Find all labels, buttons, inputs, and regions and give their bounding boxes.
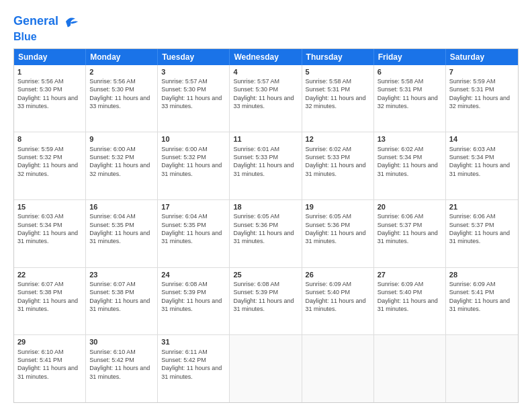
day-number: 26 (306, 270, 370, 279)
calendar-cell: 25 Sunrise: 6:08 AMSunset: 5:39 PMDaylig… (230, 268, 302, 335)
calendar-cell: 13 Sunrise: 6:02 AMSunset: 5:34 PMDaylig… (374, 132, 446, 199)
day-number: 31 (161, 337, 226, 347)
day-number: 12 (306, 134, 370, 144)
day-number: 4 (233, 67, 298, 77)
day-number: 28 (449, 270, 515, 279)
calendar-row: 1 Sunrise: 5:56 AMSunset: 5:30 PMDayligh… (14, 65, 518, 133)
cell-info: Sunrise: 6:06 AMSunset: 5:37 PMDaylight:… (378, 213, 438, 244)
day-number: 7 (449, 67, 515, 77)
calendar-cell: 4 Sunrise: 5:57 AMSunset: 5:30 PMDayligh… (230, 65, 302, 132)
calendar-cell: 14 Sunrise: 6:03 AMSunset: 5:34 PMDaylig… (446, 132, 518, 199)
calendar-cell: 17 Sunrise: 6:04 AMSunset: 5:35 PMDaylig… (158, 200, 230, 267)
calendar-cell: 9 Sunrise: 6:00 AMSunset: 5:32 PMDayligh… (86, 132, 158, 199)
weekday-header: Tuesday (158, 49, 230, 65)
day-number: 22 (17, 270, 82, 279)
calendar-row: 8 Sunrise: 5:59 AMSunset: 5:32 PMDayligh… (14, 132, 518, 200)
header: General Blue (13, 12, 519, 43)
calendar-cell: 12 Sunrise: 6:02 AMSunset: 5:33 PMDaylig… (302, 132, 374, 199)
cell-info: Sunrise: 6:00 AMSunset: 5:32 PMDaylight:… (89, 146, 150, 177)
weekday-header: Wednesday (230, 49, 302, 65)
day-number: 16 (89, 202, 154, 212)
calendar-cell: 30 Sunrise: 6:10 AMSunset: 5:42 PMDaylig… (86, 335, 158, 402)
logo-text2: Blue (13, 31, 80, 43)
calendar-header: SundayMondayTuesdayWednesdayThursdayFrid… (14, 49, 518, 65)
cell-info: Sunrise: 6:10 AMSunset: 5:42 PMDaylight:… (89, 349, 150, 380)
calendar-cell: 22 Sunrise: 6:07 AMSunset: 5:38 PMDaylig… (14, 268, 86, 335)
cell-info: Sunrise: 6:09 AMSunset: 5:40 PMDaylight:… (306, 281, 366, 312)
cell-info: Sunrise: 6:08 AMSunset: 5:39 PMDaylight:… (233, 281, 294, 312)
cell-info: Sunrise: 6:04 AMSunset: 5:35 PMDaylight:… (89, 213, 150, 244)
day-number: 25 (233, 270, 298, 279)
calendar-row: 15 Sunrise: 6:03 AMSunset: 5:34 PMDaylig… (14, 200, 518, 268)
calendar-body: 1 Sunrise: 5:56 AMSunset: 5:30 PMDayligh… (14, 65, 518, 402)
calendar-cell: 11 Sunrise: 6:01 AMSunset: 5:33 PMDaylig… (230, 132, 302, 199)
calendar-cell: 2 Sunrise: 5:56 AMSunset: 5:30 PMDayligh… (86, 65, 158, 132)
cell-info: Sunrise: 5:59 AMSunset: 5:31 PMDaylight:… (449, 78, 510, 109)
calendar-cell: 27 Sunrise: 6:09 AMSunset: 5:40 PMDaylig… (374, 268, 446, 335)
calendar-row: 22 Sunrise: 6:07 AMSunset: 5:38 PMDaylig… (14, 268, 518, 336)
weekday-header: Monday (86, 49, 158, 65)
cell-info: Sunrise: 6:06 AMSunset: 5:37 PMDaylight:… (449, 213, 510, 244)
calendar-cell: 29 Sunrise: 6:10 AMSunset: 5:41 PMDaylig… (14, 335, 86, 402)
day-number: 11 (233, 134, 298, 144)
day-number: 15 (17, 202, 82, 212)
cell-info: Sunrise: 6:09 AMSunset: 5:40 PMDaylight:… (378, 281, 438, 312)
page: General Blue SundayMondayTuesdayWednesda… (0, 0, 532, 411)
day-number: 9 (89, 134, 154, 144)
day-number: 3 (161, 67, 226, 77)
cell-info: Sunrise: 6:02 AMSunset: 5:34 PMDaylight:… (378, 146, 438, 177)
calendar-cell: 28 Sunrise: 6:09 AMSunset: 5:41 PMDaylig… (446, 268, 518, 335)
day-number: 29 (17, 337, 82, 347)
cell-info: Sunrise: 5:59 AMSunset: 5:32 PMDaylight:… (17, 146, 78, 177)
cell-info: Sunrise: 6:09 AMSunset: 5:41 PMDaylight:… (449, 281, 510, 312)
cell-info: Sunrise: 5:56 AMSunset: 5:30 PMDaylight:… (17, 78, 78, 109)
logo: General Blue (13, 12, 80, 43)
cell-info: Sunrise: 6:04 AMSunset: 5:35 PMDaylight:… (161, 213, 222, 244)
day-number: 6 (378, 67, 442, 77)
calendar-cell: 15 Sunrise: 6:03 AMSunset: 5:34 PMDaylig… (14, 200, 86, 267)
calendar-cell: 16 Sunrise: 6:04 AMSunset: 5:35 PMDaylig… (86, 200, 158, 267)
day-number: 17 (161, 202, 226, 212)
cell-info: Sunrise: 6:03 AMSunset: 5:34 PMDaylight:… (17, 213, 78, 244)
calendar-cell: 6 Sunrise: 5:58 AMSunset: 5:31 PMDayligh… (374, 65, 446, 132)
cell-info: Sunrise: 5:58 AMSunset: 5:31 PMDaylight:… (306, 78, 366, 109)
cell-info: Sunrise: 5:57 AMSunset: 5:30 PMDaylight:… (161, 78, 222, 109)
cell-info: Sunrise: 6:01 AMSunset: 5:33 PMDaylight:… (233, 146, 294, 177)
logo-text: General (13, 15, 58, 28)
calendar-cell: 23 Sunrise: 6:07 AMSunset: 5:38 PMDaylig… (86, 268, 158, 335)
calendar-cell: 18 Sunrise: 6:05 AMSunset: 5:36 PMDaylig… (230, 200, 302, 267)
calendar-cell: 10 Sunrise: 6:00 AMSunset: 5:32 PMDaylig… (158, 132, 230, 199)
calendar-cell: 7 Sunrise: 5:59 AMSunset: 5:31 PMDayligh… (446, 65, 518, 132)
day-number: 1 (17, 67, 82, 77)
day-number: 18 (233, 202, 298, 212)
day-number: 13 (378, 134, 442, 144)
calendar-cell: 26 Sunrise: 6:09 AMSunset: 5:40 PMDaylig… (302, 268, 374, 335)
day-number: 20 (378, 202, 442, 212)
day-number: 2 (89, 67, 154, 77)
calendar-cell: 20 Sunrise: 6:06 AMSunset: 5:37 PMDaylig… (374, 200, 446, 267)
day-number: 21 (449, 202, 515, 212)
calendar-cell: 5 Sunrise: 5:58 AMSunset: 5:31 PMDayligh… (302, 65, 374, 132)
cell-info: Sunrise: 6:11 AMSunset: 5:42 PMDaylight:… (161, 349, 222, 380)
cell-info: Sunrise: 5:57 AMSunset: 5:30 PMDaylight:… (233, 78, 294, 109)
cell-info: Sunrise: 6:05 AMSunset: 5:36 PMDaylight:… (306, 213, 366, 244)
day-number: 10 (161, 134, 226, 144)
weekday-header: Friday (374, 49, 446, 65)
calendar-cell: 24 Sunrise: 6:08 AMSunset: 5:39 PMDaylig… (158, 268, 230, 335)
cell-info: Sunrise: 6:07 AMSunset: 5:38 PMDaylight:… (17, 281, 78, 312)
weekday-header: Sunday (14, 49, 86, 65)
calendar-cell (446, 335, 518, 402)
day-number: 27 (378, 270, 442, 279)
day-number: 23 (89, 270, 154, 279)
calendar-cell (302, 335, 374, 402)
cell-info: Sunrise: 6:05 AMSunset: 5:36 PMDaylight:… (233, 213, 294, 244)
calendar-cell: 21 Sunrise: 6:06 AMSunset: 5:37 PMDaylig… (446, 200, 518, 267)
calendar-cell: 3 Sunrise: 5:57 AMSunset: 5:30 PMDayligh… (158, 65, 230, 132)
cell-info: Sunrise: 5:56 AMSunset: 5:30 PMDaylight:… (89, 78, 150, 109)
cell-info: Sunrise: 6:07 AMSunset: 5:38 PMDaylight:… (89, 281, 150, 312)
calendar-cell: 19 Sunrise: 6:05 AMSunset: 5:36 PMDaylig… (302, 200, 374, 267)
calendar-cell: 8 Sunrise: 5:59 AMSunset: 5:32 PMDayligh… (14, 132, 86, 199)
calendar-cell (230, 335, 302, 402)
logo-bird-icon (61, 12, 80, 31)
calendar-row: 29 Sunrise: 6:10 AMSunset: 5:41 PMDaylig… (14, 335, 518, 402)
